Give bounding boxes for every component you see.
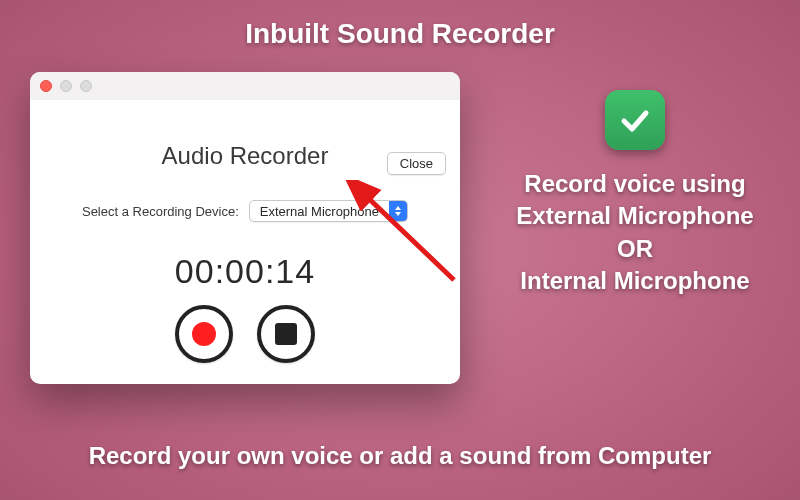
device-label: Select a Recording Device: <box>82 204 239 219</box>
device-select[interactable]: External Microphone <box>249 200 408 222</box>
traffic-light-minimize-icon <box>60 80 72 92</box>
window-body: Close Audio Recorder Select a Recording … <box>30 142 460 384</box>
recorder-window: Close Audio Recorder Select a Recording … <box>30 72 460 384</box>
side-line-4: Internal Microphone <box>490 265 780 297</box>
promo-headline: Inbuilt Sound Recorder <box>0 18 800 50</box>
record-button[interactable] <box>175 305 233 363</box>
select-stepper-icon <box>389 201 407 221</box>
stop-icon <box>275 323 297 345</box>
device-select-value: External Microphone <box>250 201 389 221</box>
side-line-3: OR <box>490 233 780 265</box>
timer-display: 00:00:14 <box>30 252 460 291</box>
traffic-light-close-icon[interactable] <box>40 80 52 92</box>
promo-side-panel: Record voice using External Microphone O… <box>490 90 780 298</box>
stop-button[interactable] <box>257 305 315 363</box>
promo-footline: Record your own voice or add a sound fro… <box>0 442 800 470</box>
promo-side-text: Record voice using External Microphone O… <box>490 168 780 298</box>
device-row: Select a Recording Device: External Micr… <box>30 200 460 222</box>
close-button[interactable]: Close <box>387 152 446 175</box>
side-line-1: Record voice using <box>490 168 780 200</box>
side-line-2: External Microphone <box>490 200 780 232</box>
traffic-light-zoom-icon <box>80 80 92 92</box>
record-icon <box>192 322 216 346</box>
window-titlebar <box>30 72 460 100</box>
transport-controls <box>30 305 460 363</box>
check-badge-icon <box>605 90 665 150</box>
